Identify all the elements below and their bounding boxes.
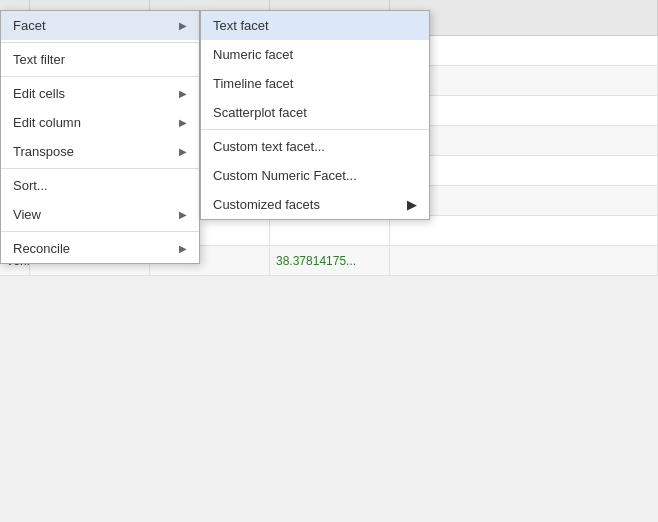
submenu-arrow-icon: ▶ (179, 20, 187, 31)
sub-menu-item-text-facet-label: Text facet (213, 18, 269, 33)
menu-item-view[interactable]: View ▶ (1, 200, 199, 229)
menu-separator (1, 168, 199, 169)
sub-separator (201, 129, 429, 130)
context-menu-main: Facet ▶ Text filter Edit cells ▶ Edit co… (0, 10, 200, 264)
sub-menu-item-custom-text-facet[interactable]: Custom text facet... (201, 132, 429, 161)
cell-rest (390, 96, 658, 125)
menu-item-text-filter-label: Text filter (13, 52, 65, 67)
submenu-arrow-icon: ▶ (179, 146, 187, 157)
menu-item-facet-label: Facet (13, 18, 46, 33)
menu-separator (1, 42, 199, 43)
sub-menu-item-numeric-facet[interactable]: Numeric facet (201, 40, 429, 69)
cell-rest (390, 126, 658, 155)
sub-menu-item-timeline-facet[interactable]: Timeline facet (201, 69, 429, 98)
cell-rest (390, 156, 658, 185)
sub-menu-item-numeric-facet-label: Numeric facet (213, 47, 293, 62)
cell-rest (390, 216, 658, 245)
cell-rest (390, 66, 658, 95)
cell-geo: 38.37814175... (270, 246, 390, 275)
sub-menu-item-text-facet[interactable]: Text facet (201, 11, 429, 40)
menu-item-facet[interactable]: Facet ▶ (1, 11, 199, 40)
menu-separator (1, 76, 199, 77)
menu-separator (1, 231, 199, 232)
menu-item-transpose-label: Transpose (13, 144, 74, 159)
cell-rest (390, 246, 658, 275)
sub-menu-item-custom-text-facet-label: Custom text facet... (213, 139, 325, 154)
menu-item-edit-cells-label: Edit cells (13, 86, 65, 101)
menu-item-transpose[interactable]: Transpose ▶ (1, 137, 199, 166)
sub-menu-item-scatterplot-facet[interactable]: Scatterplot facet (201, 98, 429, 127)
menu-item-view-label: View (13, 207, 41, 222)
cell-rest (390, 186, 658, 215)
submenu-arrow-icon: ▶ (407, 197, 417, 212)
submenu-arrow-icon: ▶ (179, 209, 187, 220)
context-menu-sub: Text facet Numeric facet Timeline facet … (200, 10, 430, 220)
cell-geo (270, 216, 390, 245)
submenu-arrow-icon: ▶ (179, 117, 187, 128)
menu-item-reconcile-label: Reconcile (13, 241, 70, 256)
menu-item-text-filter[interactable]: Text filter (1, 45, 199, 74)
sub-menu-item-customized-facets[interactable]: Customized facets ▶ (201, 190, 429, 219)
menu-item-edit-column[interactable]: Edit column ▶ (1, 108, 199, 137)
submenu-arrow-icon: ▶ (179, 243, 187, 254)
menu-item-edit-column-label: Edit column (13, 115, 81, 130)
sub-menu-item-customized-facets-label: Customized facets (213, 197, 320, 212)
menu-item-sort[interactable]: Sort... (1, 171, 199, 200)
sub-menu-item-scatterplot-facet-label: Scatterplot facet (213, 105, 307, 120)
header-cell-rest (390, 0, 658, 35)
submenu-arrow-icon: ▶ (179, 88, 187, 99)
menu-item-edit-cells[interactable]: Edit cells ▶ (1, 79, 199, 108)
sub-menu-item-custom-numeric-facet[interactable]: Custom Numeric Facet... (201, 161, 429, 190)
sub-menu-item-timeline-facet-label: Timeline facet (213, 76, 293, 91)
sub-menu-item-custom-numeric-facet-label: Custom Numeric Facet... (213, 168, 357, 183)
cell-rest (390, 36, 658, 65)
menu-item-sort-label: Sort... (13, 178, 48, 193)
menu-item-reconcile[interactable]: Reconcile ▶ (1, 234, 199, 263)
